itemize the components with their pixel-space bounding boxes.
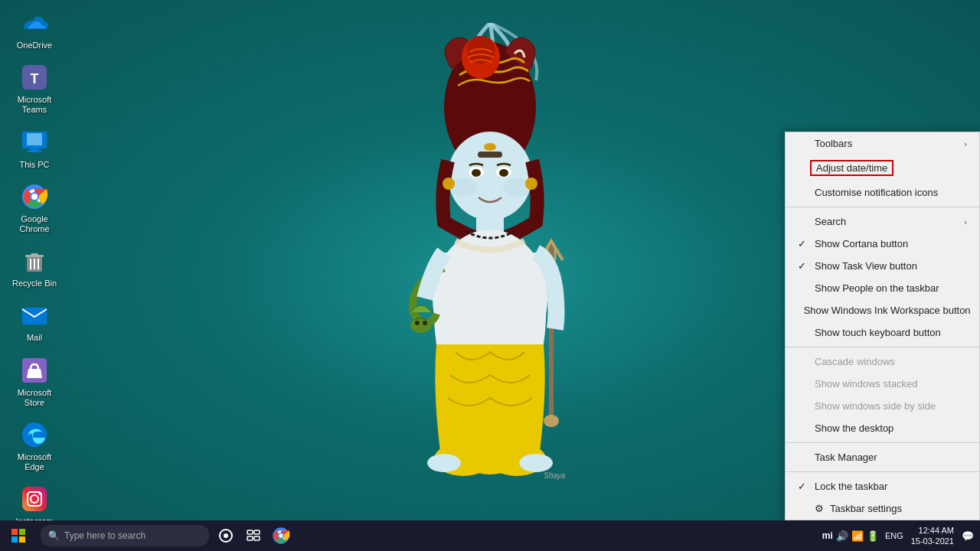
system-tray: mi 🔊 📶 🔋 ENG 12:44 AM 15-03-2021 💬 bbox=[822, 525, 980, 547]
desktop-icon-mail[interactable]: Mail bbox=[8, 300, 61, 343]
svg-point-25 bbox=[443, 178, 455, 190]
svg-rect-60 bbox=[19, 536, 25, 543]
svg-point-37 bbox=[31, 194, 38, 200]
svg-rect-63 bbox=[247, 530, 253, 534]
svg-point-70 bbox=[279, 533, 283, 537]
menu-item-show-ink[interactable]: Show Windows Ink Workspace button bbox=[786, 299, 979, 321]
svg-point-62 bbox=[224, 533, 228, 538]
menu-item-search[interactable]: Search › bbox=[786, 210, 979, 233]
svg-rect-39 bbox=[25, 255, 44, 257]
menu-item-show-cortana[interactable]: ✓ Show Cortana button bbox=[786, 233, 979, 255]
desktop-icon-chrome[interactable]: GoogleChrome bbox=[8, 181, 61, 234]
tray-icon-network[interactable]: 📶 bbox=[851, 530, 864, 542]
menu-item-cascade: Cascade windows bbox=[786, 350, 979, 373]
svg-text:T: T bbox=[31, 71, 39, 86]
svg-text:Shaya: Shaya bbox=[544, 471, 566, 480]
svg-rect-31 bbox=[27, 133, 42, 145]
svg-rect-33 bbox=[27, 151, 42, 152]
cortana-button[interactable] bbox=[212, 522, 240, 549]
menu-item-task-manager[interactable]: Task Manager bbox=[786, 446, 979, 468]
menu-item-adjust-datetime[interactable]: Adjust date/time bbox=[786, 155, 979, 181]
taskbar-search-box[interactable]: 🔍 Type here to search bbox=[41, 525, 209, 546]
tray-lang-indicator[interactable]: ENG bbox=[885, 531, 903, 540]
taskbar-context-menu: Toolbars › Adjust date/time Customise no… bbox=[785, 132, 980, 520]
svg-point-14 bbox=[410, 318, 432, 333]
menu-item-toolbars[interactable]: Toolbars › bbox=[786, 132, 979, 155]
menu-divider-4 bbox=[786, 471, 979, 472]
task-view-button[interactable] bbox=[240, 522, 267, 549]
tray-icon-battery[interactable]: 🔋 bbox=[867, 530, 879, 542]
start-button[interactable] bbox=[0, 520, 37, 551]
svg-point-24 bbox=[519, 454, 553, 472]
svg-rect-65 bbox=[247, 536, 253, 540]
svg-rect-58 bbox=[19, 529, 25, 535]
svg-point-23 bbox=[427, 454, 461, 472]
svg-rect-46 bbox=[22, 487, 47, 511]
search-placeholder: Type here to search bbox=[64, 530, 145, 541]
menu-divider-1 bbox=[786, 207, 979, 207]
clock-time: 12:44 AM bbox=[911, 525, 954, 536]
menu-item-show-taskview[interactable]: ✓ Show Task View button bbox=[786, 255, 979, 277]
svg-point-49 bbox=[39, 493, 41, 495]
svg-rect-32 bbox=[30, 148, 39, 151]
desktop-icon-thispc[interactable]: This PC bbox=[8, 127, 61, 170]
menu-item-show-stacked: Show windows stacked bbox=[786, 373, 979, 395]
menu-item-show-people[interactable]: Show People on the taskbar bbox=[786, 277, 979, 299]
menu-item-show-touch[interactable]: Show touch keyboard button bbox=[786, 321, 979, 344]
menu-item-lock-taskbar[interactable]: ✓ Lock the taskbar bbox=[786, 475, 979, 497]
menu-divider-3 bbox=[786, 442, 979, 443]
desktop: Shaya OneDrive T MicrosoftTeams bbox=[0, 0, 980, 551]
svg-rect-57 bbox=[11, 529, 18, 535]
desktop-icon-store[interactable]: MicrosoftStore bbox=[8, 355, 61, 408]
svg-point-16 bbox=[423, 321, 427, 325]
svg-rect-59 bbox=[11, 536, 18, 543]
menu-divider-2 bbox=[786, 347, 979, 347]
svg-point-9 bbox=[499, 169, 508, 177]
clock-date: 15-03-2021 bbox=[911, 536, 954, 546]
desktop-icon-recycle[interactable]: Recycle Bin bbox=[8, 246, 61, 289]
svg-point-5 bbox=[484, 143, 496, 151]
menu-item-customise-notifications[interactable]: Customise notification icons bbox=[786, 181, 979, 204]
svg-rect-4 bbox=[478, 152, 502, 158]
menu-item-show-desktop[interactable]: Show the desktop bbox=[786, 417, 979, 439]
wallpaper-illustration: Shaya bbox=[345, 23, 635, 513]
desktop-icon-teams[interactable]: T MicrosoftTeams bbox=[8, 62, 61, 115]
svg-point-20 bbox=[544, 415, 559, 427]
menu-item-show-side: Show windows side by side bbox=[786, 395, 979, 417]
taskbar-chrome[interactable] bbox=[267, 522, 295, 549]
desktop-icon-onedrive[interactable]: OneDrive bbox=[8, 8, 61, 51]
desktop-icon-edge[interactable]: MicrosoftEdge bbox=[8, 419, 61, 472]
tray-icon-notification[interactable]: 💬 bbox=[962, 530, 974, 542]
system-clock[interactable]: 12:44 AM 15-03-2021 bbox=[911, 525, 954, 547]
svg-rect-66 bbox=[254, 536, 260, 540]
search-icon: 🔍 bbox=[48, 530, 60, 541]
menu-item-taskbar-settings[interactable]: ⚙ Taskbar settings bbox=[786, 497, 979, 520]
svg-point-8 bbox=[472, 169, 481, 177]
svg-point-26 bbox=[525, 178, 537, 190]
tray-icon-volume[interactable]: 🔊 bbox=[836, 530, 848, 542]
taskbar: 🔍 Type here to search bbox=[0, 520, 980, 551]
desktop-icons: OneDrive T MicrosoftTeams Thi bbox=[8, 8, 61, 551]
svg-rect-64 bbox=[254, 530, 260, 534]
tray-icon-mi[interactable]: mi bbox=[822, 530, 833, 541]
svg-point-15 bbox=[415, 321, 420, 325]
tray-icons: mi 🔊 📶 🔋 ENG bbox=[822, 530, 906, 542]
